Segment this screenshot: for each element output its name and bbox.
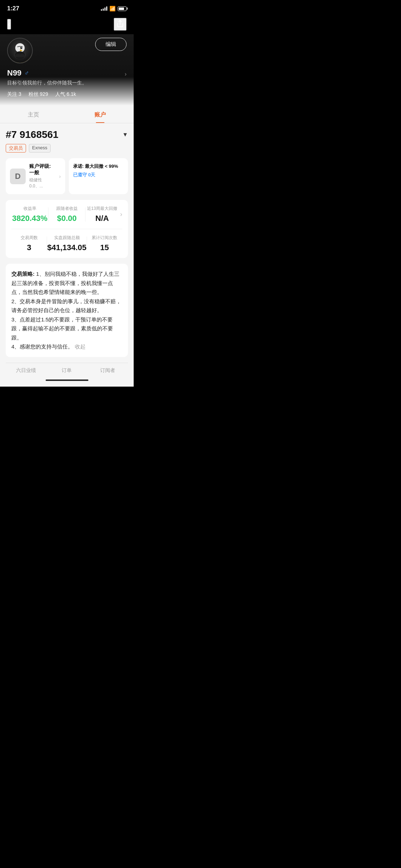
account-header: #7 9168561 ▼ <box>6 129 128 140</box>
following-label: 关注 <box>7 91 17 97</box>
profile-name-bio-row: N99 ♂ › <box>7 68 127 80</box>
return-rate-col: 收益率 3820.43% <box>11 206 48 223</box>
promise-days: 0天 <box>88 172 95 177</box>
return-rate-value: 3820.43% <box>11 214 48 223</box>
wifi-icon: 📶 <box>109 6 115 11</box>
account-id: #7 9168561 <box>6 129 58 140</box>
trade-weeks-label: 交易周数 <box>11 235 47 241</box>
follower-return-label: 跟随者收益 <box>48 206 85 212</box>
trade-weeks-col: 交易周数 3 <box>11 235 47 252</box>
grade-chevron-icon: › <box>59 174 61 179</box>
stats-row-2: 交易周数 3 实盘跟随总额 $41,134.05 累计订阅次数 15 <box>11 235 122 252</box>
follow-amount-value: $41,134.05 <box>47 243 86 252</box>
svg-point-5 <box>20 47 22 49</box>
promise-card: 承诺: 最大回撤 < 99% 已遵守 0天 <box>69 158 128 194</box>
share-button[interactable] <box>114 18 127 31</box>
tabs: 主页 账户 <box>0 105 134 123</box>
avatar <box>7 38 33 63</box>
profile-stats: 关注 3 粉丝 929 人气 6.1k <box>7 91 127 98</box>
subscribers-value: 15 <box>87 243 122 252</box>
follow-amount-label: 实盘跟随总额 <box>47 235 86 241</box>
strategy-title: 交易策略: <box>11 271 35 277</box>
strategy-text: 交易策略: 1、别问我稳不稳，我做好了人生三起三落的准备，投资我不懂，投机我懂一… <box>11 269 122 351</box>
stats-divider <box>11 229 122 229</box>
follow-amount-col: 实盘跟随总额 $41,134.05 <box>47 235 86 252</box>
tag-broker: Exness <box>29 144 51 153</box>
max-drawdown-col: 近13周最大回撤 N/A › <box>86 206 122 223</box>
popularity-stat: 人气 6.1k <box>55 91 76 98</box>
profile-bio: 目标引领我前行，信仰伴随我一生。 <box>7 80 127 86</box>
following-stat: 关注 3 <box>7 91 21 98</box>
tag-trader: 交易员 <box>6 144 26 153</box>
grade-title: 账户评级: 一般 <box>29 163 56 176</box>
share-icon <box>116 20 124 29</box>
grade-card-content: D 账户评级: 一般 稳健性0.0、... › <box>10 163 61 189</box>
popularity-count: 6.1k <box>67 91 76 97</box>
signal-icon <box>101 6 107 11</box>
stats-row-1: 收益率 3820.43% 跟随者收益 $0.00 近13周最大回撤 N/A › <box>11 206 122 223</box>
profile-header: 编辑 <box>7 38 127 63</box>
promise-complied-label: 已遵守 <box>73 172 87 177</box>
main-content: #7 9168561 ▼ 交易员 Exness D 账户评级: 一般 稳健性0.… <box>0 123 134 387</box>
tab-performance[interactable]: 六日业绩 <box>6 367 46 374</box>
popularity-label: 人气 <box>55 91 65 97</box>
promise-sub: 已遵守 0天 <box>73 172 124 178</box>
followers-label: 粉丝 <box>29 91 38 97</box>
profile-section: 编辑 N99 ♂ › 目标引领我前行，信仰伴随我一生。 关注 3 粉丝 929 … <box>0 34 134 105</box>
promise-title: 承诺: 最大回撤 < 99% <box>73 163 124 170</box>
stats-card: 收益率 3820.43% 跟随者收益 $0.00 近13周最大回撤 N/A › … <box>6 200 128 258</box>
followers-stat: 粉丝 929 <box>29 91 48 98</box>
grade-sub: 稳健性0.0、... <box>29 177 56 189</box>
back-button[interactable]: ‹ <box>7 19 11 30</box>
status-bar: 1:27 📶 <box>0 0 134 14</box>
grade-card[interactable]: D 账户评级: 一般 稳健性0.0、... › <box>6 158 65 194</box>
following-count: 3 <box>19 91 21 97</box>
max-drawdown-value: N/A <box>86 214 119 223</box>
grade-info: 账户评级: 一般 稳健性0.0、... <box>29 163 56 189</box>
tab-subscribers[interactable]: 订阅者 <box>87 367 128 374</box>
home-indicator <box>6 377 128 387</box>
tab-orders[interactable]: 订单 <box>46 367 87 374</box>
header: ‹ <box>0 14 134 34</box>
edit-button[interactable]: 编辑 <box>95 38 127 51</box>
max-drawdown-label: 近13周最大回撤 <box>86 206 119 212</box>
account-tags: 交易员 Exness <box>6 144 128 153</box>
cards-row: D 账户评级: 一般 稳健性0.0、... › 承诺: 最大回撤 < 99% 已… <box>6 158 128 194</box>
bottom-tabs: 六日业绩 订单 订阅者 <box>6 363 128 377</box>
return-rate-label: 收益率 <box>11 206 48 212</box>
dropdown-icon[interactable]: ▼ <box>122 131 128 138</box>
strategy-section: 交易策略: 1、别问我稳不稳，我做好了人生三起三落的准备，投资我不懂，投机我懂一… <box>6 264 128 357</box>
profile-chevron-icon[interactable]: › <box>125 71 127 77</box>
home-bar <box>46 379 88 381</box>
profile-name-row: N99 ♂ <box>7 68 29 78</box>
tab-account[interactable]: 账户 <box>67 105 134 123</box>
stats-arrow-icon[interactable]: › <box>119 211 122 218</box>
trade-weeks-value: 3 <box>11 243 47 252</box>
svg-point-6 <box>21 47 22 48</box>
profile-name: N99 <box>7 68 21 78</box>
followers-count: 929 <box>40 91 48 97</box>
tab-home[interactable]: 主页 <box>0 105 67 123</box>
battery-icon <box>118 6 127 11</box>
collapse-button[interactable]: 收起 <box>75 343 86 350</box>
status-icons: 📶 <box>101 6 127 11</box>
subscribers-col: 累计订阅次数 15 <box>87 235 122 252</box>
avatar-image <box>8 38 32 63</box>
subscribers-label: 累计订阅次数 <box>87 235 122 241</box>
gender-icon: ♂ <box>24 69 29 77</box>
grade-badge: D <box>10 169 26 184</box>
follower-return-col: 跟随者收益 $0.00 <box>48 206 85 223</box>
follower-return-value: $0.00 <box>48 214 85 223</box>
promise-days-value: 0天 <box>88 172 95 177</box>
strategy-body: 1、别问我稳不稳，我做好了人生三起三落的准备，投资我不懂，投机我懂一点点，当然我… <box>11 271 121 350</box>
status-time: 1:27 <box>7 5 19 12</box>
